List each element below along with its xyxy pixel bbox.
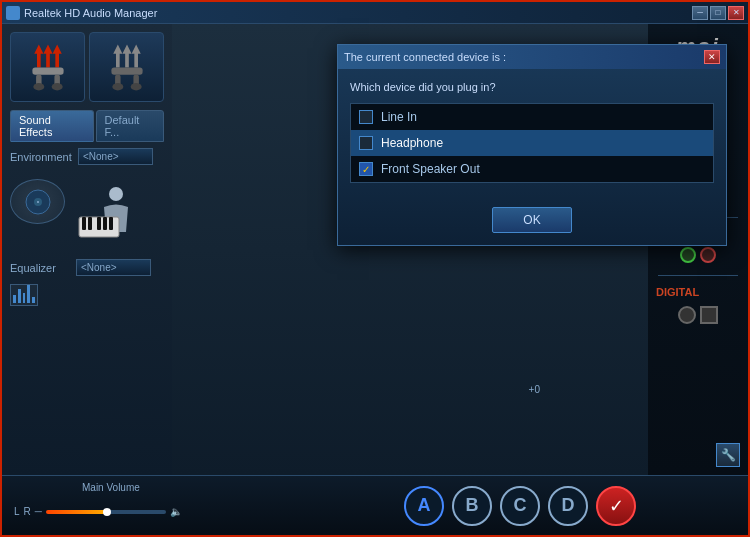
- title-bar: Realtek HD Audio Manager ─ □ ✕: [2, 2, 748, 24]
- right-channel-label: R: [24, 506, 31, 517]
- center-panel: The current connected device is : ✕ Whic…: [172, 24, 648, 475]
- svg-rect-21: [82, 217, 86, 230]
- sound-icon-row: [10, 179, 164, 249]
- bottom-bar: Main Volume L R ─ 🔈 A B C D ✓: [2, 475, 748, 535]
- svg-point-14: [112, 83, 123, 90]
- piano-icon: [71, 179, 141, 249]
- device-item-headphone[interactable]: Headphone: [351, 130, 713, 156]
- speaker-icon-box-1: [10, 32, 85, 102]
- modal-close-button[interactable]: ✕: [704, 50, 720, 64]
- equalizer-row: Equalizer <None>: [10, 259, 164, 276]
- digital-coax-jack[interactable]: [700, 306, 718, 324]
- device-item-line-in[interactable]: Line In: [351, 104, 713, 130]
- main-window: Realtek HD Audio Manager ─ □ ✕: [0, 0, 750, 537]
- modal-body: Which device did you plug in? Line In He…: [338, 69, 726, 195]
- sidebar-divider-2: [658, 275, 738, 276]
- device-list: Line In Headphone ✓: [350, 103, 714, 183]
- environment-row: Environment <None>: [10, 148, 164, 165]
- button-c[interactable]: C: [500, 486, 540, 526]
- volume-slider[interactable]: [46, 510, 166, 514]
- svg-marker-2: [52, 44, 61, 67]
- modal-question: Which device did you plug in?: [350, 81, 714, 93]
- digital-jacks-row: [678, 306, 718, 324]
- maximize-button[interactable]: □: [710, 6, 726, 20]
- front-panel-jacks-row-1: [680, 247, 716, 263]
- digital-label: DIGITAL: [656, 286, 699, 298]
- tab-default-format[interactable]: Default F...: [96, 110, 164, 142]
- speaker-icon-box-2: [89, 32, 164, 102]
- device-name-front-speaker: Front Speaker Out: [381, 162, 480, 176]
- jack-front-red[interactable]: [700, 247, 716, 263]
- bottom-buttons: A B C D ✓: [404, 486, 636, 526]
- modal-title: The current connected device is :: [344, 51, 506, 63]
- jack-front-green[interactable]: [680, 247, 696, 263]
- modal-title-bar: The current connected device is : ✕: [338, 45, 726, 69]
- volume-row: L R ─ 🔈: [14, 506, 182, 517]
- device-checkbox-front-speaker[interactable]: ✓: [359, 162, 373, 176]
- modal-overlay: The current connected device is : ✕ Whic…: [172, 24, 648, 475]
- speaker-icons: [10, 32, 164, 102]
- button-b[interactable]: B: [452, 486, 492, 526]
- left-panel: Sound Effects Default F... Environment <…: [2, 24, 172, 475]
- svg-rect-24: [103, 217, 107, 230]
- ok-button[interactable]: OK: [492, 207, 571, 233]
- svg-point-6: [33, 83, 44, 90]
- svg-rect-3: [32, 67, 63, 74]
- digital-optical-jack[interactable]: [678, 306, 696, 324]
- svg-marker-10: [131, 44, 140, 67]
- device-checkbox-line-in[interactable]: [359, 110, 373, 124]
- title-controls: ─ □ ✕: [692, 6, 744, 20]
- svg-point-18: [37, 201, 39, 203]
- svg-marker-8: [113, 44, 122, 67]
- svg-rect-23: [97, 217, 101, 230]
- volume-label: Main Volume: [82, 482, 140, 493]
- environment-label: Environment: [10, 151, 70, 163]
- svg-rect-22: [88, 217, 92, 230]
- device-item-front-speaker[interactable]: ✓ Front Speaker Out: [351, 156, 713, 182]
- main-content: Sound Effects Default F... Environment <…: [2, 24, 748, 475]
- environment-select[interactable]: <None>: [78, 148, 153, 165]
- svg-point-15: [130, 83, 141, 90]
- modal-footer: OK: [338, 195, 726, 245]
- svg-point-19: [109, 187, 123, 201]
- button-a[interactable]: A: [404, 486, 444, 526]
- volume-mute-icon[interactable]: 🔈: [170, 506, 182, 517]
- svg-marker-0: [34, 44, 43, 67]
- check-mark-icon: ✓: [362, 164, 370, 175]
- svg-point-7: [51, 83, 62, 90]
- eq-bars-icon: [10, 284, 38, 306]
- title-bar-left: Realtek HD Audio Manager: [6, 6, 157, 20]
- equalizer-select[interactable]: <None>: [76, 259, 151, 276]
- close-button[interactable]: ✕: [728, 6, 744, 20]
- speaker-icon-2: [102, 40, 152, 95]
- tabs: Sound Effects Default F...: [10, 110, 164, 142]
- wrench-button[interactable]: 🔧: [716, 443, 740, 467]
- left-channel-label: L: [14, 506, 20, 517]
- volume-thumb[interactable]: [103, 508, 111, 516]
- device-checkbox-headphone[interactable]: [359, 136, 373, 150]
- svg-marker-9: [122, 44, 131, 67]
- svg-rect-11: [111, 67, 142, 74]
- minimize-button[interactable]: ─: [692, 6, 708, 20]
- device-name-headphone: Headphone: [381, 136, 443, 150]
- button-d[interactable]: D: [548, 486, 588, 526]
- window-title: Realtek HD Audio Manager: [24, 7, 157, 19]
- device-name-line-in: Line In: [381, 110, 417, 124]
- speaker-icon-1: [23, 40, 73, 95]
- svg-marker-1: [43, 44, 52, 67]
- volume-dash: ─: [35, 506, 42, 517]
- equalizer-label: Equalizer: [10, 262, 70, 274]
- app-icon: [6, 6, 20, 20]
- check-button[interactable]: ✓: [596, 486, 636, 526]
- svg-rect-25: [109, 217, 113, 230]
- sound-effect-icon: [10, 179, 65, 224]
- device-dialog: The current connected device is : ✕ Whic…: [337, 44, 727, 246]
- tab-sound-effects[interactable]: Sound Effects: [10, 110, 94, 142]
